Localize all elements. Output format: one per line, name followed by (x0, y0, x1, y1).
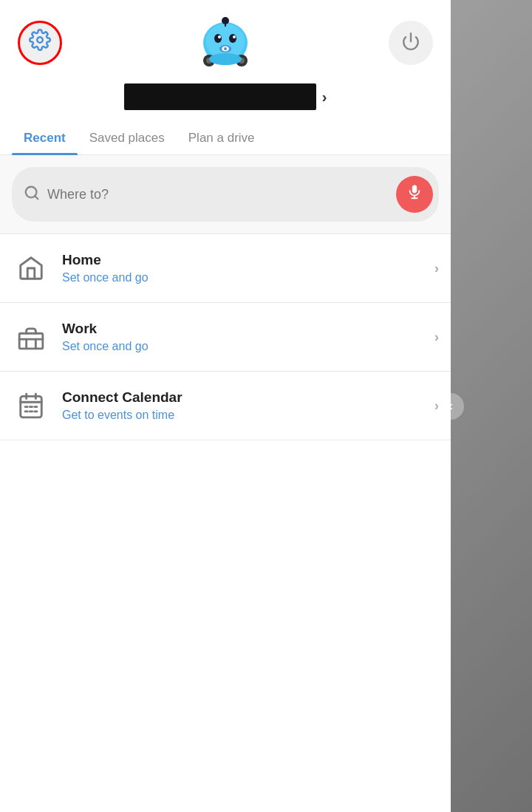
work-text: Work Set once and go (62, 321, 423, 353)
calendar-text: Connect Calendar Get to events on time (62, 389, 423, 422)
tabs-container: Recent Saved places Plan a drive (0, 122, 451, 155)
main-panel: › Recent Saved places Plan a drive (0, 0, 451, 812)
work-icon (12, 318, 50, 356)
search-icon (24, 185, 40, 205)
svg-point-4 (229, 34, 236, 43)
search-container (0, 155, 451, 234)
home-chevron-icon: › (434, 261, 439, 276)
header (0, 0, 451, 78)
svg-point-9 (224, 47, 227, 50)
power-button[interactable] (389, 21, 433, 65)
svg-point-3 (214, 34, 222, 43)
svg-line-19 (35, 196, 38, 199)
list-item-work[interactable]: Work Set once and go › (0, 303, 451, 372)
list-container: Home Set once and go › Work Set once and… (0, 234, 451, 812)
work-chevron-icon: › (434, 330, 439, 345)
svg-point-5 (218, 35, 221, 38)
power-icon (401, 32, 420, 53)
svg-point-16 (209, 53, 242, 65)
svg-rect-20 (412, 185, 417, 193)
svg-rect-23 (19, 333, 43, 349)
side-chevron-button[interactable]: ‹ (437, 393, 464, 420)
username-bar[interactable]: › (0, 78, 451, 122)
username-redacted (124, 83, 316, 110)
home-title: Home (62, 252, 423, 268)
calendar-icon (12, 386, 50, 425)
calendar-title: Connect Calendar (62, 389, 423, 406)
calendar-subtitle: Get to events on time (62, 409, 423, 422)
list-item-calendar[interactable]: Connect Calendar Get to events on time › (0, 372, 451, 440)
tab-plan-a-drive[interactable]: Plan a drive (177, 122, 267, 154)
work-title: Work (62, 321, 423, 337)
home-icon (12, 249, 50, 287)
list-item-home[interactable]: Home Set once and go › (0, 234, 451, 303)
tab-recent[interactable]: Recent (12, 122, 78, 154)
gear-icon (29, 29, 51, 56)
side-chevron-icon: ‹ (449, 398, 453, 414)
settings-button[interactable] (18, 21, 62, 65)
search-bar (12, 167, 439, 222)
tab-saved-places[interactable]: Saved places (78, 122, 177, 154)
microphone-button[interactable] (396, 176, 433, 213)
home-text: Home Set once and go (62, 252, 423, 284)
search-input[interactable] (47, 187, 389, 202)
svg-point-6 (233, 35, 236, 38)
home-subtitle: Set once and go (62, 271, 423, 284)
waze-logo (196, 15, 255, 70)
microphone-icon (406, 184, 423, 205)
work-subtitle: Set once and go (62, 340, 423, 353)
username-chevron-icon: › (322, 89, 327, 106)
svg-point-0 (37, 37, 43, 43)
waze-character-icon (196, 15, 255, 70)
side-panel: ‹ (451, 0, 532, 812)
